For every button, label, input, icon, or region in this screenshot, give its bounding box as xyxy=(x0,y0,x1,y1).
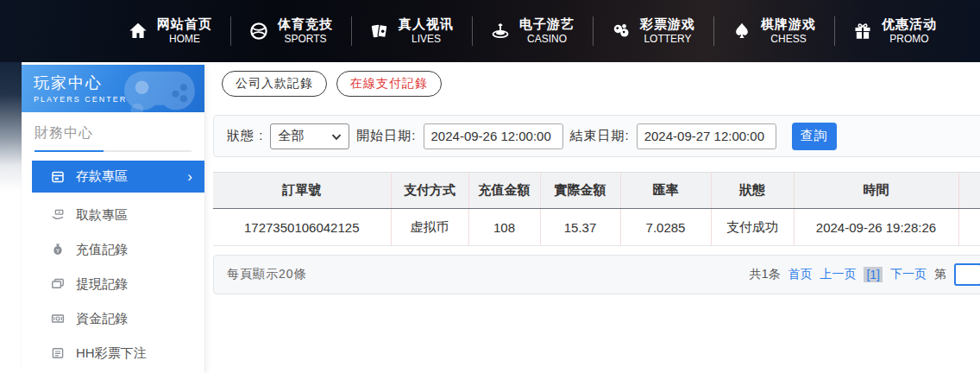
nav-item-text: 彩票游戏LOTTERY xyxy=(640,16,695,46)
sidebar-item-label: 資金記錄 xyxy=(76,311,128,327)
nav-label-en: CHESS xyxy=(770,33,806,46)
withdraw-icon xyxy=(51,208,65,222)
records-table: 訂單號支付方式充值金額實際金額匯率狀態時間1727350106042125虚拟币… xyxy=(213,172,980,246)
sidebar-item-資金記錄[interactable]: 資金記錄 xyxy=(22,301,204,336)
pagination-controls: 共1条 首页 上一页 [1] 下一页 第 xyxy=(750,263,980,286)
nav-item-lives[interactable]: 真人视讯LIVES xyxy=(352,16,472,46)
nav-item-text: 优惠活动PROMO xyxy=(882,16,937,46)
table-cell: 虚拟币 xyxy=(391,209,468,246)
sidebar-item-提現記錄[interactable]: 提現記錄 xyxy=(22,267,204,301)
chevron-right-icon: › xyxy=(187,169,192,184)
nav-label-zh: 彩票游戏 xyxy=(640,16,695,33)
section-underline xyxy=(35,150,192,152)
nav-item-text: 电子游艺CASINO xyxy=(519,16,575,46)
table-cell xyxy=(958,209,980,246)
prev-page-link[interactable]: 上一页 xyxy=(820,267,856,282)
status-label: 狀態 : xyxy=(227,128,263,144)
spade-icon xyxy=(732,22,751,41)
status-select-value: 全部 xyxy=(278,128,304,144)
sidebar-item-label: HH彩票下注 xyxy=(76,345,147,362)
nav-label-zh: 体育竞技 xyxy=(278,16,333,33)
column-header: 匯率 xyxy=(620,173,711,209)
tab-在線支付記錄[interactable]: 在線支付記錄 xyxy=(336,71,442,97)
sidebar-item-label: 存款專區 xyxy=(76,168,128,185)
table-cell: 108 xyxy=(468,209,540,246)
lottery-balls-icon xyxy=(612,22,631,41)
jump-page-label: 第 xyxy=(934,267,946,282)
funds-record-icon xyxy=(51,312,65,326)
finance-center-label: 財務中心 xyxy=(35,124,192,142)
total-count-text: 共1条 xyxy=(750,267,781,282)
gamepad-icon xyxy=(120,68,199,112)
lottery-bet-icon xyxy=(51,346,65,360)
sports-ball-icon xyxy=(249,22,268,41)
nav-label-en: CASINO xyxy=(527,33,567,46)
nav-label-en: LOTTERY xyxy=(644,33,691,46)
current-page-indicator[interactable]: [1] xyxy=(864,267,883,282)
nav-label-zh: 网站首页 xyxy=(157,16,212,33)
table-cell: 2024-09-26 19:28:26 xyxy=(794,209,958,246)
main-content: 公司入款記錄在線支付記錄 狀態 : 全部 開始日期: 結束日期: 查詢 訂單號支… xyxy=(213,65,980,373)
finance-center-section: 財務中心 xyxy=(22,112,204,161)
sidebar: 玩家中心 PLAYERS CENTER 財務中心 存款專區›取款專區充值記錄提現… xyxy=(22,65,205,373)
page-background-gradient xyxy=(0,62,22,192)
nav-item-sports[interactable]: 体育竞技SPORTS xyxy=(231,16,351,46)
cards-icon xyxy=(370,22,389,41)
start-date-label: 開始日期: xyxy=(356,128,416,144)
home-icon xyxy=(129,22,148,41)
nav-label-en: HOME xyxy=(169,33,200,46)
end-date-label: 結束日期: xyxy=(570,128,630,144)
players-center-header: 玩家中心 PLAYERS CENTER xyxy=(22,65,204,112)
table-cell: 15.37 xyxy=(540,209,620,246)
record-tabs: 公司入款記錄在線支付記錄 xyxy=(222,71,442,97)
nav-item-home[interactable]: 网站首页HOME xyxy=(110,16,230,46)
sidebar-item-HH彩票下注[interactable]: HH彩票下注 xyxy=(22,336,204,370)
table-cell: 7.0285 xyxy=(620,209,711,246)
first-page-link[interactable]: 首页 xyxy=(788,267,812,282)
withdraw-record-icon xyxy=(51,277,65,291)
sidebar-item-充值記錄[interactable]: 充值記錄 xyxy=(22,232,204,267)
nav-item-casino[interactable]: 电子游艺CASINO xyxy=(473,16,593,46)
sidebar-item-存款專區[interactable]: 存款專區› xyxy=(32,161,204,193)
table-cell: 1727350106042125 xyxy=(213,209,391,246)
nav-label-en: LIVES xyxy=(411,33,441,46)
nav-label-zh: 电子游艺 xyxy=(519,16,575,33)
nav-label-zh: 真人视讯 xyxy=(399,16,454,33)
jump-page-input[interactable] xyxy=(954,263,980,286)
column-header: 實際金額 xyxy=(540,173,620,209)
nav-label-en: PROMO xyxy=(889,33,928,46)
table-cell: 支付成功 xyxy=(711,209,794,246)
tab-公司入款記錄[interactable]: 公司入款記錄 xyxy=(222,71,327,97)
column-header: 支付方式 xyxy=(391,173,468,209)
recharge-record-icon xyxy=(51,243,65,256)
column-header: 充值金額 xyxy=(468,173,540,209)
table-header-row: 訂單號支付方式充值金額實際金額匯率狀態時間 xyxy=(213,173,980,209)
filter-bar: 狀態 : 全部 開始日期: 結束日期: 查詢 xyxy=(213,115,980,157)
records-table-wrap: 訂單號支付方式充值金額實際金額匯率狀態時間1727350106042125虚拟币… xyxy=(213,172,980,246)
end-date-input[interactable] xyxy=(637,123,776,149)
nav-item-promo[interactable]: 优惠活动PROMO xyxy=(835,16,955,46)
nav-label-zh: 优惠活动 xyxy=(882,16,937,33)
page-size-text: 每頁顯示20條 xyxy=(227,267,307,282)
column-header xyxy=(958,173,980,209)
sidebar-item-label: 取款專區 xyxy=(76,207,128,224)
nav-label-zh: 棋牌游戏 xyxy=(761,16,816,33)
column-header: 狀態 xyxy=(711,173,794,209)
nav-label-en: SPORTS xyxy=(284,33,326,46)
nav-item-lottery[interactable]: 彩票游戏LOTTERY xyxy=(594,16,713,46)
top-navigation: 网站首页HOME体育竞技SPORTS真人视讯LIVES电子游艺CASINO彩票游… xyxy=(0,0,980,62)
sidebar-item-label: 提現記錄 xyxy=(76,276,128,293)
sidebar-item-取款專區[interactable]: 取款專區 xyxy=(22,198,204,232)
status-select[interactable]: 全部 xyxy=(270,123,349,149)
next-page-link[interactable]: 下一页 xyxy=(890,267,927,282)
nav-item-text: 体育竞技SPORTS xyxy=(278,16,333,46)
nav-item-chess[interactable]: 棋牌游戏CHESS xyxy=(714,16,834,46)
roulette-icon xyxy=(491,22,510,41)
pagination-bar: 每頁顯示20條 共1条 首页 上一页 [1] 下一页 第 xyxy=(213,255,980,294)
nav-item-text: 网站首页HOME xyxy=(157,16,212,46)
deposit-icon xyxy=(51,170,65,184)
column-header: 時間 xyxy=(794,173,958,209)
query-button[interactable]: 查詢 xyxy=(792,123,837,150)
start-date-input[interactable] xyxy=(424,123,563,149)
table-row: 1727350106042125虚拟币10815.377.0285支付成功202… xyxy=(213,209,980,246)
